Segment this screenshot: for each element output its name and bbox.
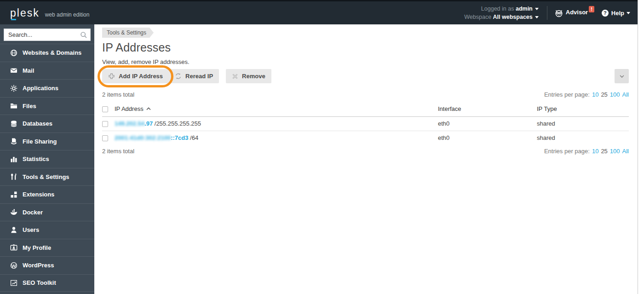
sidebar-item-label: WordPress [23,262,54,269]
gear-icon [10,84,17,92]
entries-per-page: Entries per page:1025100All [544,148,629,155]
logged-in-row[interactable]: Logged in as admin [464,5,538,13]
help-button[interactable]: Help [602,10,630,17]
sidebar-item-seo-toolkit[interactable]: SEO Toolkit [0,274,94,292]
column-header-ip-type: IP Type [537,103,629,117]
sidebar-item-docker[interactable]: Docker [0,203,94,221]
refresh-icon [175,73,182,80]
page-size-100[interactable]: 100 [610,148,620,155]
page-size-100[interactable]: 100 [610,91,620,98]
plesk-logo-text: plesk [10,8,40,18]
row-checkbox[interactable] [102,135,108,141]
sidebar-item-websites-domains[interactable]: Websites & Domains [0,44,94,62]
blocks-icon [10,190,17,198]
page-size-all[interactable]: All [622,91,629,98]
page-description: View, add, remove IP addresses. [102,58,629,65]
plesk-logo[interactable]: plesk web admin edition [10,8,89,18]
list-meta-bottom: 2 items total Entries per page:1025100Al… [102,148,629,155]
webspace-value: All webspaces [493,14,533,20]
topbar: plesk web admin edition Logged in as adm… [0,0,644,24]
sidebar-item-label: Applications [23,85,58,92]
help-label: Help [611,10,624,17]
sidebar-item-files[interactable]: Files [0,97,94,115]
page-size-all[interactable]: All [622,148,629,155]
search-input[interactable] [4,29,91,41]
search-icon[interactable] [80,31,87,39]
sidebar-item-mail[interactable]: Mail [0,62,94,80]
list-meta-top: 2 items total Entries per page:1025100Al… [102,91,629,98]
topbar-divider [547,6,547,20]
id-card-icon [10,244,17,252]
webspace-row[interactable]: Webspace All webspaces [464,13,538,21]
sidebar-item-label: Files [23,103,36,110]
mail-icon [10,67,17,75]
items-total: 2 items total [102,91,134,98]
caret-down-icon [535,16,539,18]
advisor-label: Advisor [566,9,588,16]
sidebar-item-label: Docker [23,209,43,216]
ip-type-cell: shared [537,131,629,145]
table-header-row: IP Address Interface IP Type [102,103,629,117]
ip-address-link[interactable]: 2001:41d0:302:2100::7cd3 [115,134,188,141]
wordpress-icon [10,261,17,269]
sidebar-item-label: Mail [23,67,34,74]
entries-per-page: Entries per page:1025100All [544,91,629,98]
table-row: 149.202.54.97 /255.255.255.255 eth0 shar… [102,117,629,131]
column-header-interface: Interface [438,103,537,117]
sidebar-item-users[interactable]: Users [0,221,94,239]
sidebar-item-label: Websites & Domains [23,49,81,56]
add-ip-address-button[interactable]: Add IP Address [102,69,169,83]
bar-chart-icon [10,155,17,163]
session-info: Logged in as admin Webspace All webspace… [464,5,538,21]
page-size-10[interactable]: 10 [592,148,598,155]
sidebar-item-label: Databases [23,120,52,127]
globe-icon [10,49,17,57]
ip-address-link[interactable]: 149.202.54.97 [115,120,153,127]
webspace-label: Webspace [464,14,491,20]
collapse-toolbar-button[interactable] [615,69,629,83]
ip-address-table: IP Address Interface IP Type 149.202.54.… [102,103,629,145]
page-size-25-current: 25 [601,148,607,155]
scrollbar-track[interactable] [638,0,644,294]
page-size-10[interactable]: 10 [592,91,598,98]
current-user: admin [516,6,533,12]
help-icon [602,10,609,17]
folder-icon [10,102,17,110]
main-content: Tools & Settings IP Addresses View, add,… [94,24,638,294]
items-total: 2 items total [102,148,134,155]
column-header-ip-address[interactable]: IP Address [115,103,438,117]
docker-icon [10,208,17,216]
row-checkbox[interactable] [102,121,108,127]
sidebar-item-applications[interactable]: Applications [0,79,94,97]
advisor-button[interactable]: Advisor ! [555,9,594,17]
sidebar-item-databases[interactable]: Databases [0,115,94,133]
tools-icon [10,173,17,181]
page-size-25-current: 25 [601,91,607,98]
sidebar-item-wordpress[interactable]: WordPress [0,256,94,274]
sidebar: Websites & Domains Mail Applications Fil… [0,24,94,294]
toolbar: Add IP Address Reread IP Remove [102,69,629,83]
share-icon [10,138,17,145]
ip-mask: /255.255.255.255 [153,120,201,127]
sidebar-item-label: Statistics [23,156,49,162]
plus-icon [108,73,115,80]
table-row: 2001:41d0:302:2100::7cd3 /64 eth0 shared [102,131,629,145]
breadcrumb[interactable]: Tools & Settings [102,28,154,38]
sidebar-item-extensions[interactable]: Extensions [0,185,94,203]
reread-ip-button[interactable]: Reread IP [169,69,219,83]
sort-asc-icon [146,105,151,112]
x-remove-icon [232,73,238,80]
sidebar-item-tools-settings[interactable]: Tools & Settings [0,168,94,186]
remove-button[interactable]: Remove [226,69,271,83]
sidebar-item-statistics[interactable]: Statistics [0,150,94,168]
logged-in-label: Logged in as [481,6,514,12]
sidebar-item-label: File Sharing [23,138,57,145]
page-title: IP Addresses [102,41,629,54]
database-icon [10,120,17,127]
sidebar-item-label: Tools & Settings [23,173,69,180]
sidebar-item-file-sharing[interactable]: File Sharing [0,133,94,150]
edition-label: web admin edition [45,12,90,18]
sidebar-item-my-profile[interactable]: My Profile [0,239,94,257]
select-all-checkbox[interactable] [102,106,108,112]
redacted-ip-prefix: 149.202.54 [115,120,144,127]
